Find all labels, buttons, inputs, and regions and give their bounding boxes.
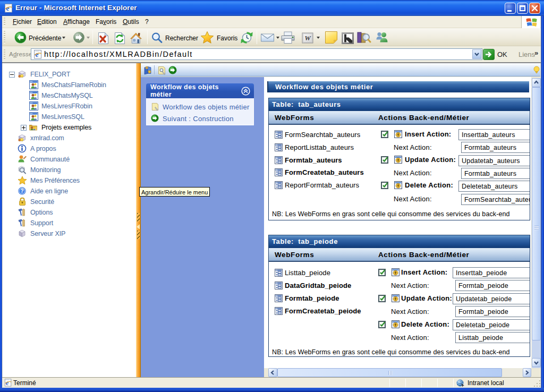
svg-text:?: ? (20, 188, 23, 194)
svg-text:W: W (304, 34, 311, 42)
